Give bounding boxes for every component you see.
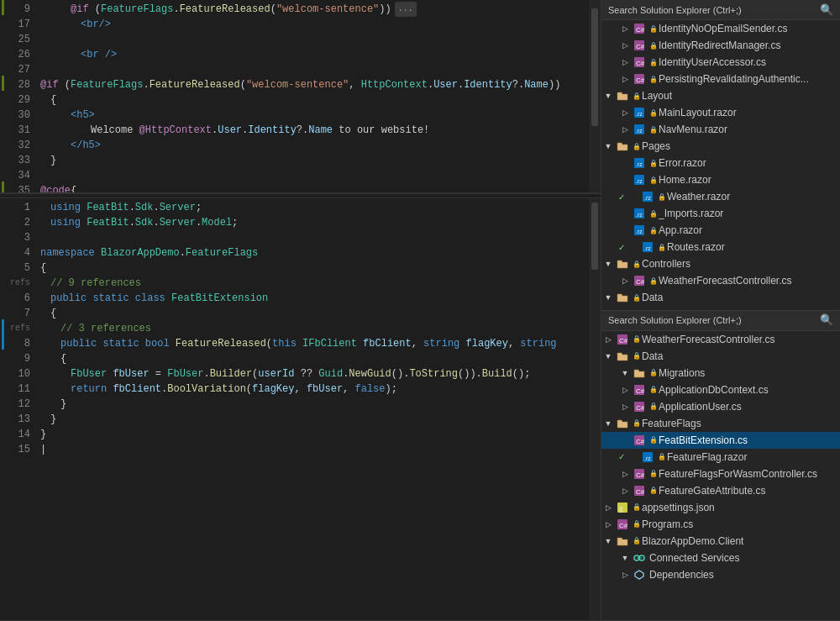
svg-text:C#: C#	[636, 488, 645, 496]
tree-item-imports[interactable]: .rz 🔒 _Imports.razor	[601, 205, 840, 222]
bottom-line-numbers: 1 2 3 4 5 refs 6 7 refs 8 9 10 11 12 13 …	[7, 198, 37, 620]
bottom-tree-item-appuser[interactable]: ▷ C# 🔒 ApplicationUser.cs	[601, 398, 840, 415]
svg-text:C#: C#	[636, 471, 645, 479]
bottom-code-pane: 1 2 3 4 5 refs 6 7 refs 8 9 10 11 12 13 …	[0, 198, 601, 621]
se-bottom-header: Search Solution Explorer (Ctrl+;) 🔍	[601, 311, 840, 331]
svg-text:.rz: .rz	[636, 212, 643, 218]
bottom-tree-item-blazorclient[interactable]: ▼ 🔒 BlazorAppDemo.Client	[601, 533, 840, 550]
se-bottom-search-icon[interactable]: 🔍	[820, 313, 833, 327]
svg-text:.rz: .rz	[636, 128, 643, 134]
expand-icon: ▷	[618, 24, 632, 33]
bottom-tree-item-ffwasmcontroller[interactable]: ▷ C# 🔒 FeatureFlagsForWasmController.cs	[601, 466, 840, 482]
tree-item-mainlayout[interactable]: ▷ .rz 🔒 MainLayout.razor	[601, 104, 840, 121]
bottom-code-lines: using FeatBit.Sdk.Server; using FeatBit.…	[37, 198, 589, 620]
svg-text:C#: C#	[636, 60, 645, 67]
bottom-tree-item-data[interactable]: ▼ 🔒 Data	[601, 348, 840, 365]
solution-explorer: Search Solution Explorer (Ctrl+;) 🔍 ▷ C#…	[601, 0, 840, 621]
svg-text:C#: C#	[636, 26, 645, 34]
tree-item-persisting[interactable]: ▷ C# 🔒 PersistingRevalidatingAuthentic..…	[601, 71, 840, 87]
se-bottom-title: Search Solution Explorer (Ctrl+;)	[608, 315, 742, 325]
tree-item-weather[interactable]: ✓ .rz 🔒 Weather.razor	[601, 188, 840, 205]
tree-item-navmenu[interactable]: ▷ .rz 🔒 NavMenu.razor	[601, 121, 840, 138]
svg-text:C#: C#	[619, 337, 628, 345]
item-label: IdentityNoOpEmailSender.cs	[659, 23, 840, 34]
bottom-scrollbar[interactable]	[589, 198, 601, 620]
tree-item-identityredirectmanager[interactable]: ▷ C# 🔒 IdentityRedirectManager.cs	[601, 37, 840, 54]
tree-item-migrations[interactable]: ▼ 🔒 Migrations	[601, 306, 840, 310]
svg-text:C#: C#	[636, 387, 645, 395]
bottom-tree-item-dependencies[interactable]: ▷ Dependencies	[601, 566, 840, 583]
svg-text:C#: C#	[636, 43, 645, 50]
svg-text:C#: C#	[636, 76, 645, 84]
bottom-tree-item-program[interactable]: ▷ C# 🔒 Program.cs	[601, 516, 840, 533]
bottom-tree-item-connectedservices[interactable]: ▼ Connected Services	[601, 550, 840, 566]
svg-text:C#: C#	[636, 438, 645, 445]
bottom-gutter	[0, 198, 7, 620]
top-scrollbar[interactable]	[589, 0, 601, 192]
svg-text:C#: C#	[619, 522, 628, 529]
bottom-tree-item-appsettings[interactable]: ▷ {} 🔒 appsettings.json	[601, 499, 840, 516]
se-top-header: Search Solution Explorer (Ctrl+;) 🔍	[601, 0, 840, 20]
bottom-tree-item-appdbcontext[interactable]: ▷ C# 🔒 ApplicationDbContext.cs	[601, 382, 840, 398]
svg-text:.rz: .rz	[636, 111, 643, 117]
top-gutter	[0, 0, 7, 192]
svg-text:.rz: .rz	[636, 178, 643, 184]
svg-text:C#: C#	[636, 404, 645, 412]
top-code-lines: @if (FeatureFlags.FeatureReleased("welco…	[37, 0, 589, 192]
tree-item-data[interactable]: ▼ 🔒 Data	[601, 289, 840, 306]
tree-item-app[interactable]: .rz 🔒 App.razor	[601, 222, 840, 239]
bottom-tree-item-featureflags[interactable]: ▼ 🔒 FeatureFlags	[601, 415, 840, 432]
svg-text:.rz: .rz	[644, 455, 651, 461]
svg-text:.rz: .rz	[636, 161, 643, 167]
se-top-search-icon[interactable]: 🔍	[820, 3, 833, 17]
bottom-tree-item-featbitextension[interactable]: C# 🔒 FeatBitExtension.cs	[601, 432, 840, 449]
bottom-tree-item-fgattr[interactable]: ▷ C# 🔒 FeatureGateAttribute.cs	[601, 482, 840, 499]
bottom-tree-item-featureflag-razor[interactable]: ✓ .rz 🔒 FeatureFlag.razor	[601, 449, 840, 466]
tree-item-weathercontroller[interactable]: ▷ C# 🔒 WeatherForecastController.cs	[601, 272, 840, 289]
tree-item-identitynoopemailsender[interactable]: ▷ C# 🔒 IdentityNoOpEmailSender.cs	[601, 20, 840, 37]
tree-item-identityuseraccessor[interactable]: ▷ C# 🔒 IdentityUserAccessor.cs	[601, 54, 840, 71]
se-top-panel: Search Solution Explorer (Ctrl+;) 🔍 ▷ C#…	[601, 0, 840, 311]
tree-item-home[interactable]: .rz 🔒 Home.razor	[601, 171, 840, 188]
se-top-title: Search Solution Explorer (Ctrl+;)	[608, 5, 742, 15]
bottom-tree-item-weathercontroller[interactable]: ▷ C# 🔒 WeatherForecastController.cs	[601, 331, 840, 348]
se-top-tree: ▷ C# 🔒 IdentityNoOpEmailSender.cs ▷ C# 🔒…	[601, 20, 840, 310]
top-line-numbers: 9 17 25 26 27 28 29 30 31 32 33 34 35 36…	[7, 0, 37, 192]
tree-item-controllers[interactable]: ▼ 🔒 Controllers	[601, 255, 840, 272]
editor-area: 9 17 25 26 27 28 29 30 31 32 33 34 35 36…	[0, 0, 601, 621]
tree-item-pages[interactable]: ▼ 🔒 Pages	[601, 138, 840, 155]
svg-text:.rz: .rz	[644, 245, 651, 251]
svg-text:.rz: .rz	[644, 195, 651, 201]
tree-item-error[interactable]: .rz 🔒 Error.razor	[601, 155, 840, 171]
svg-text:C#: C#	[636, 278, 645, 286]
tree-item-routes[interactable]: ✓ .rz 🔒 Routes.razor	[601, 239, 840, 255]
cs-icon: C#	[632, 22, 647, 35]
se-bottom-panel: Search Solution Explorer (Ctrl+;) 🔍 ▷ C#…	[601, 311, 840, 622]
top-code-pane: 9 17 25 26 27 28 29 30 31 32 33 34 35 36…	[0, 0, 601, 193]
tree-item-layout[interactable]: ▼ 🔒 Layout	[601, 87, 840, 104]
bottom-tree-item-migrations[interactable]: ▼ 🔒 Migrations	[601, 365, 840, 382]
svg-text:{}: {}	[619, 506, 623, 513]
svg-text:.rz: .rz	[636, 229, 643, 234]
se-bottom-tree: ▷ C# 🔒 WeatherForecastController.cs ▼ 🔒 …	[601, 331, 840, 621]
